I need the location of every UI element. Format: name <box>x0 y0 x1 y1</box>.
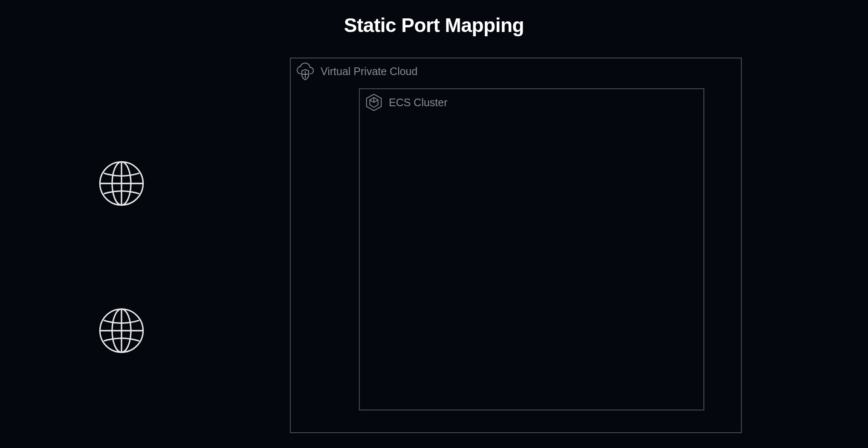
vpc-header: Virtual Private Cloud <box>295 61 417 81</box>
ecs-label: ECS Cluster <box>389 96 448 109</box>
svg-line-14 <box>374 100 378 102</box>
globe-icon <box>98 307 145 354</box>
svg-line-13 <box>370 100 374 102</box>
cloud-shield-icon <box>295 61 315 81</box>
diagram-title: Static Port Mapping <box>344 14 524 37</box>
vpc-container: Virtual Private Cloud ECS Cluster <box>290 58 742 433</box>
ecs-cluster-container: ECS Cluster <box>359 88 704 410</box>
globe-icon <box>98 160 145 207</box>
ecs-header: ECS Cluster <box>364 93 448 112</box>
hex-container-icon <box>364 93 384 112</box>
vpc-label: Virtual Private Cloud <box>321 65 417 78</box>
